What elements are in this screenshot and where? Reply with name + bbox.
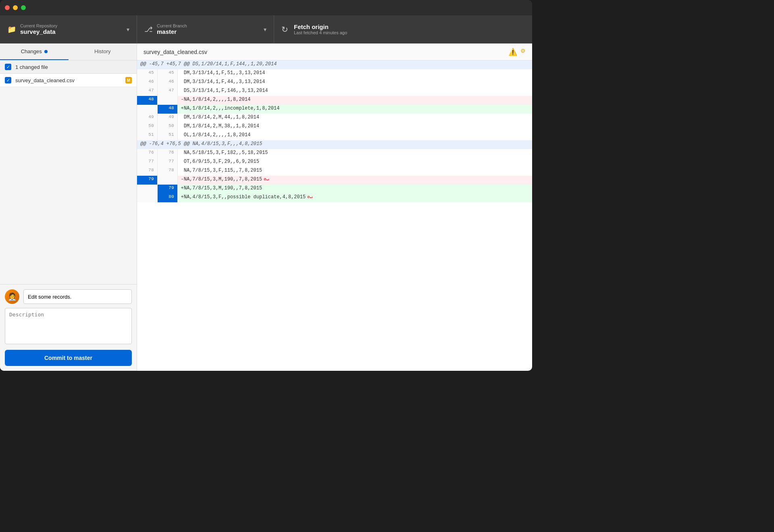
old-line-num bbox=[137, 193, 157, 202]
line-content: DM,1/8/14,2,M,38,,1,8,2014 bbox=[177, 123, 532, 131]
diff-line: 79+NA,7/8/15,3,M,190,,7,8,2015 bbox=[137, 185, 532, 193]
line-content: +NA,7/8/15,3,M,190,,7,8,2015 bbox=[177, 185, 532, 193]
new-line-num: 78 bbox=[157, 167, 177, 176]
branch-value: master bbox=[157, 28, 260, 35]
new-line-num: 76 bbox=[157, 149, 177, 158]
branch-label: Current Branch bbox=[157, 23, 260, 28]
maximize-button[interactable] bbox=[21, 5, 26, 10]
diff-table: @@ -45,7 +45,7 @@ DS,1/20/14,1,F,144,,1,… bbox=[137, 60, 532, 202]
diff-line: @@ -76,4 +76,5 @@ NA,4/8/15,3,F,,,4,8,20… bbox=[137, 140, 532, 149]
repo-icon: 📁 bbox=[7, 25, 16, 34]
diff-line: 7878 NA,7/8/15,3,F,115,,7,8,2015 bbox=[137, 167, 532, 176]
warning-icon: ⚠️ bbox=[508, 48, 517, 56]
new-line-num: 48 bbox=[157, 105, 177, 114]
select-all-checkbox[interactable]: ✓ bbox=[5, 64, 11, 70]
changes-tab-label: Changes bbox=[21, 48, 42, 54]
checkmark-icon: ✓ bbox=[6, 64, 10, 70]
commit-area: 🧑‍💼 Commit to master bbox=[0, 284, 137, 371]
fetch-sublabel: Last fetched 4 minutes ago bbox=[294, 30, 525, 35]
diff-line: 4646 DM,3/13/14,1,F,44,,3,13,2014 bbox=[137, 78, 532, 87]
tab-history[interactable]: History bbox=[69, 44, 137, 60]
fetch-label: Fetch origin bbox=[294, 23, 525, 30]
old-line-num: 79 bbox=[137, 176, 157, 185]
close-button[interactable] bbox=[5, 5, 10, 10]
old-line-num: 76 bbox=[137, 149, 157, 158]
new-line-num: 51 bbox=[157, 131, 177, 140]
repo-value: survey_data bbox=[20, 28, 123, 35]
right-panel: survey_data_cleaned.csv ⚠️ ⚙ @@ -45,7 +4… bbox=[137, 44, 532, 371]
tabs-bar: Changes History bbox=[0, 44, 137, 60]
avatar: 🧑‍💼 bbox=[5, 289, 19, 304]
old-line-num bbox=[137, 105, 157, 114]
file-checkbox[interactable]: ✓ bbox=[5, 77, 11, 83]
diff-line: 4545 DM,3/13/14,1,F,51,,3,13,2014 bbox=[137, 69, 532, 78]
diff-line: 7777 OT,6/9/15,3,F,29,,6,9,2015 bbox=[137, 158, 532, 167]
old-line-num: 50 bbox=[137, 123, 157, 131]
settings-icon[interactable]: ⚙ bbox=[520, 48, 526, 56]
diff-header: survey_data_cleaned.csv ⚠️ ⚙ bbox=[137, 44, 532, 60]
diff-line: 7676 NA,5/18/15,3,F,182,,5,18,2015 bbox=[137, 149, 532, 158]
line-content: DM,1/8/14,2,M,44,,1,8,2014 bbox=[177, 114, 532, 123]
new-line-num: 77 bbox=[157, 158, 177, 167]
line-content: DM,3/13/14,1,F,44,,3,13,2014 bbox=[177, 78, 532, 87]
history-tab-label: History bbox=[94, 48, 110, 54]
diff-line: 80+NA,4/8/15,3,F,,possible duplicate,4,8… bbox=[137, 193, 532, 202]
diff-line: 79-NA,7/8/15,3,M,190,,7,8,2015⊘↵ bbox=[137, 176, 532, 185]
diff-line: 5151 OL,1/8/14,2,,,,1,8,2014 bbox=[137, 131, 532, 140]
hunk-header: @@ -76,4 +76,5 @@ NA,4/8/15,3,F,,,4,8,20… bbox=[137, 140, 532, 149]
new-line-num: 45 bbox=[157, 69, 177, 78]
diff-line: 5050 DM,1/8/14,2,M,38,,1,8,2014 bbox=[137, 123, 532, 131]
toolbar: 📁 Current Repository survey_data ▾ ⎇ Cur… bbox=[0, 15, 532, 44]
old-line-num: 47 bbox=[137, 87, 157, 96]
old-line-num bbox=[137, 185, 157, 193]
diff-line: @@ -45,7 +45,7 @@ DS,1/20/14,1,F,144,,1,… bbox=[137, 60, 532, 69]
commit-message-input[interactable] bbox=[23, 289, 132, 304]
line-content: OL,1/8/14,2,,,,1,8,2014 bbox=[177, 131, 532, 140]
line-content: -NA,7/8/15,3,M,190,,7,8,2015⊘↵ bbox=[177, 176, 532, 185]
file-checkmark-icon: ✓ bbox=[6, 78, 10, 83]
commit-description-textarea[interactable] bbox=[5, 308, 132, 344]
diff-line: 48+NA,1/8/14,2,,,incomplete,1,8,2014 bbox=[137, 105, 532, 114]
line-content: DM,3/13/14,1,F,51,,3,13,2014 bbox=[177, 69, 532, 78]
line-content: NA,7/8/15,3,F,115,,7,8,2015 bbox=[177, 167, 532, 176]
old-line-num: 77 bbox=[137, 158, 157, 167]
diff-content[interactable]: @@ -45,7 +45,7 @@ DS,1/20/14,1,F,144,,1,… bbox=[137, 60, 532, 371]
minimize-button[interactable] bbox=[13, 5, 18, 10]
new-line-num: 49 bbox=[157, 114, 177, 123]
line-content: -NA,1/8/14,2,,,,1,8,2014 bbox=[177, 96, 532, 105]
new-line-num: 80 bbox=[157, 193, 177, 202]
line-content: +NA,1/8/14,2,,,incomplete,1,8,2014 bbox=[177, 105, 532, 114]
tab-changes[interactable]: Changes bbox=[0, 44, 69, 60]
changed-files-header: ✓ 1 changed file bbox=[0, 60, 137, 74]
file-modified-badge: M bbox=[125, 77, 132, 83]
branch-chevron-icon: ▾ bbox=[264, 26, 266, 33]
hunk-header: @@ -45,7 +45,7 @@ DS,1/20/14,1,F,144,,1,… bbox=[137, 60, 532, 69]
old-line-num: 48 bbox=[137, 96, 157, 105]
diff-line: 4949 DM,1/8/14,2,M,44,,1,8,2014 bbox=[137, 114, 532, 123]
file-list: ✓ survey_data_cleaned.csv M bbox=[0, 74, 137, 284]
fetch-origin-section[interactable]: ↻ Fetch origin Last fetched 4 minutes ag… bbox=[274, 15, 532, 43]
fetch-icon: ↻ bbox=[281, 25, 288, 34]
repo-label: Current Repository bbox=[20, 23, 123, 28]
left-panel: Changes History ✓ 1 changed file ✓ surve… bbox=[0, 44, 137, 371]
branch-icon: ⎇ bbox=[144, 25, 153, 34]
diff-header-icons: ⚠️ ⚙ bbox=[508, 48, 526, 56]
old-line-num: 49 bbox=[137, 114, 157, 123]
new-line-num: 47 bbox=[157, 87, 177, 96]
line-content: DS,3/13/14,1,F,146,,3,13,2014 bbox=[177, 87, 532, 96]
line-content: +NA,4/8/15,3,F,,possible duplicate,4,8,2… bbox=[177, 193, 532, 202]
new-line-num: 79 bbox=[157, 185, 177, 193]
line-content: OT,6/9/15,3,F,29,,6,9,2015 bbox=[177, 158, 532, 167]
repo-chevron-icon: ▾ bbox=[127, 26, 129, 33]
no-eol-icon: ⊘↵ bbox=[264, 177, 269, 182]
new-line-num bbox=[157, 96, 177, 105]
old-line-num: 45 bbox=[137, 69, 157, 78]
title-bar bbox=[0, 0, 532, 15]
current-branch-section[interactable]: ⎇ Current Branch master ▾ bbox=[137, 15, 274, 43]
old-line-num: 46 bbox=[137, 78, 157, 87]
new-line-num bbox=[157, 176, 177, 185]
commit-button[interactable]: Commit to master bbox=[5, 350, 132, 366]
current-repo-section[interactable]: 📁 Current Repository survey_data ▾ bbox=[0, 15, 137, 43]
file-item[interactable]: ✓ survey_data_cleaned.csv M bbox=[0, 74, 137, 87]
file-name: survey_data_cleaned.csv bbox=[15, 77, 121, 83]
